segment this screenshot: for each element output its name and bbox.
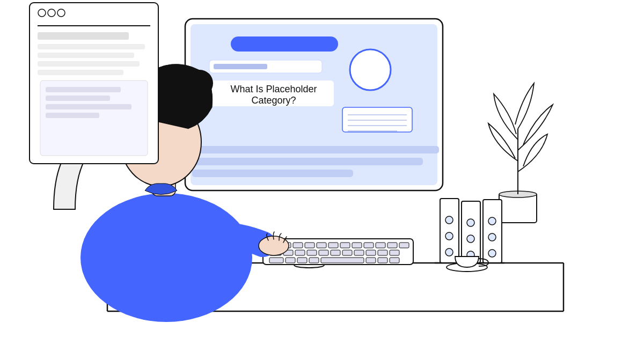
svg-point-12	[350, 49, 391, 90]
svg-rect-27	[317, 243, 326, 248]
svg-rect-45	[390, 250, 399, 255]
svg-point-80	[38, 9, 46, 17]
svg-point-81	[48, 9, 55, 17]
svg-rect-39	[319, 250, 328, 255]
svg-rect-85	[38, 44, 145, 49]
placeholder-title-line1: What Is Placeholder	[230, 84, 317, 94]
svg-rect-34	[399, 243, 409, 248]
svg-rect-14	[342, 107, 412, 132]
svg-point-74	[488, 233, 496, 241]
svg-rect-26	[305, 243, 314, 248]
svg-rect-47	[286, 258, 295, 263]
svg-point-69	[445, 248, 453, 256]
svg-rect-86	[38, 53, 134, 58]
svg-rect-53	[390, 258, 399, 263]
svg-point-67	[445, 216, 453, 224]
svg-rect-91	[46, 96, 110, 101]
svg-rect-88	[38, 70, 123, 75]
svg-rect-84	[38, 32, 129, 40]
svg-rect-11	[214, 64, 267, 69]
svg-rect-44	[378, 250, 387, 255]
svg-rect-50	[321, 258, 364, 263]
svg-rect-51	[366, 258, 376, 263]
svg-rect-19	[192, 146, 439, 153]
svg-rect-90	[46, 87, 121, 92]
svg-rect-48	[297, 258, 307, 263]
svg-rect-46	[269, 258, 283, 263]
svg-point-54	[80, 193, 252, 322]
svg-rect-41	[342, 250, 352, 255]
svg-rect-52	[378, 258, 387, 263]
svg-rect-92	[46, 104, 131, 109]
svg-rect-25	[293, 243, 303, 248]
svg-rect-38	[307, 250, 317, 255]
svg-point-59	[186, 70, 213, 97]
svg-rect-49	[309, 258, 319, 263]
svg-rect-42	[354, 250, 364, 255]
svg-rect-20	[192, 158, 423, 165]
scene: What Is Placeholder Category?	[0, 0, 644, 337]
svg-point-70	[467, 219, 474, 226]
svg-rect-33	[387, 243, 397, 248]
svg-point-71	[467, 235, 474, 243]
svg-point-75	[488, 250, 496, 257]
svg-rect-28	[328, 243, 338, 248]
svg-rect-32	[376, 243, 385, 248]
svg-rect-30	[352, 243, 362, 248]
placeholder-title-line2: Category?	[251, 95, 296, 106]
svg-rect-87	[38, 61, 140, 67]
svg-rect-9	[231, 36, 338, 52]
svg-rect-93	[46, 113, 99, 118]
svg-point-82	[57, 9, 65, 17]
svg-rect-40	[331, 250, 340, 255]
svg-rect-43	[366, 250, 376, 255]
svg-point-73	[488, 217, 496, 225]
svg-rect-37	[295, 250, 305, 255]
svg-rect-29	[340, 243, 350, 248]
svg-rect-21	[192, 170, 353, 177]
svg-point-68	[445, 232, 453, 240]
svg-rect-31	[364, 243, 374, 248]
